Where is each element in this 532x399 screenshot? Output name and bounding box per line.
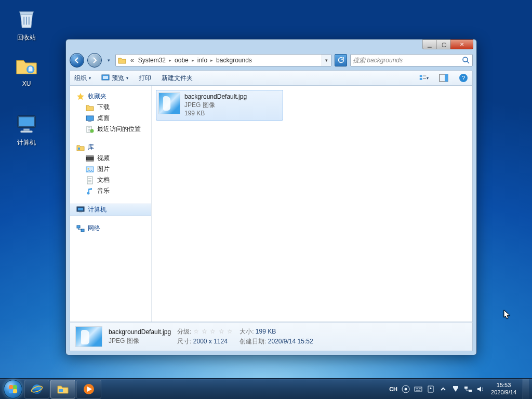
sidebar-item-label: 下载 [97, 103, 110, 112]
sidebar-group-libraries[interactable]: 库 [70, 142, 151, 153]
breadcrumb-part[interactable]: info [195, 55, 209, 66]
svg-rect-4 [21, 130, 33, 132]
file-item-selected[interactable]: backgroundDefault.jpg JPEG 图像 199 KB [156, 90, 283, 121]
details-created-label: 创建日期: [240, 338, 266, 345]
sidebar-item-label: 最近访问的位置 [97, 125, 141, 134]
breadcrumb-part[interactable]: backgrounds [214, 55, 254, 66]
desktop-icon-computer[interactable]: 计算机 [7, 111, 46, 147]
breadcrumb-part[interactable]: System32 [136, 55, 168, 66]
print-label: 打印 [139, 74, 151, 83]
close-button[interactable]: ✕ [450, 39, 473, 49]
video-icon [86, 154, 94, 163]
ime-pad-icon[interactable] [427, 385, 435, 393]
forward-button[interactable] [87, 53, 102, 68]
tray-chevron-icon[interactable] [439, 385, 447, 393]
network-tray-icon[interactable] [464, 385, 472, 393]
maximize-button[interactable]: ▢ [436, 39, 451, 49]
sidebar-item-label: 视频 [97, 154, 110, 163]
breadcrumb[interactable]: « System32▸ oobe▸ info▸ backgrounds ▾ [115, 54, 331, 66]
svg-point-17 [90, 129, 94, 132]
minimize-button[interactable]: ▁ [422, 39, 437, 49]
system-tray: CH 15:53 2020/9/14 [389, 379, 530, 400]
preview-menu[interactable]: 预览 ▾ [101, 73, 128, 83]
taskbar-item-ie[interactable] [24, 380, 49, 398]
sidebar-item-videos[interactable]: 视频 [70, 153, 151, 164]
sidebar-item-label: 文档 [97, 176, 110, 184]
file-type: JPEG 图像 [184, 101, 247, 109]
sidebar-group-network[interactable]: 网络 [70, 223, 151, 234]
refresh-icon [337, 57, 344, 64]
sidebar-item-label: 图片 [97, 165, 110, 174]
start-button[interactable] [2, 379, 24, 400]
organize-menu[interactable]: 组织 ▾ [74, 74, 91, 83]
desktop-icon-recycle-bin[interactable]: 回收站 [7, 6, 46, 42]
details-dimensions: 2000 x 1124 [193, 338, 228, 345]
desktop-icon-folder-xu[interactable]: XU [7, 53, 46, 87]
breadcrumb-dropdown[interactable]: ▾ [322, 55, 331, 66]
language-indicator[interactable]: CH [389, 386, 397, 392]
svg-rect-29 [77, 225, 80, 228]
windows-logo-icon [4, 380, 22, 398]
sidebar-group-computer[interactable]: 计算机 [70, 204, 151, 216]
rating-stars[interactable]: ☆ ☆ ☆ ☆ ☆ [193, 328, 233, 335]
show-desktop-button[interactable] [523, 379, 529, 400]
file-list[interactable]: backgroundDefault.jpg JPEG 图像 199 KB [152, 86, 472, 322]
taskbar-item-wmp[interactable] [76, 380, 101, 398]
taskbar-date: 2020/9/14 [491, 389, 516, 396]
back-button[interactable] [70, 53, 84, 68]
volume-icon[interactable] [476, 385, 485, 393]
sidebar-item-music[interactable]: 音乐 [70, 185, 151, 196]
ime-icon[interactable] [402, 385, 410, 393]
keyboard-icon[interactable] [414, 385, 422, 393]
navigation-pane[interactable]: 收藏夹 下载 桌面 最近访问的位置 [70, 86, 152, 322]
computer-icon [14, 111, 39, 136]
organize-label: 组织 [74, 74, 87, 83]
recycle-bin-icon [14, 6, 39, 31]
action-center-icon[interactable] [451, 385, 460, 393]
sidebar-group-favorites[interactable]: 收藏夹 [70, 91, 151, 102]
svg-rect-15 [88, 121, 91, 122]
chevron-right-icon: ▸ [168, 58, 172, 63]
music-icon [86, 187, 94, 195]
chevron-down-icon: ▾ [126, 76, 128, 81]
svg-rect-28 [79, 212, 82, 213]
taskbar-clock[interactable]: 15:53 2020/9/14 [489, 382, 518, 395]
sidebar-item-downloads[interactable]: 下载 [70, 102, 151, 113]
svg-point-25 [87, 192, 90, 194]
ie-icon [31, 383, 43, 395]
svg-rect-7 [103, 76, 108, 79]
svg-rect-8 [420, 75, 422, 77]
svg-rect-33 [59, 389, 63, 392]
chevron-down-icon: ▾ [427, 76, 429, 81]
taskbar-time: 15:53 [491, 382, 516, 389]
explorer-body: 收藏夹 下载 桌面 最近访问的位置 [70, 86, 473, 322]
explorer-window[interactable]: ▁ ▢ ✕ ▾ « System32▸ oobe▸ info▸ backgrou… [65, 39, 477, 355]
search-input[interactable]: 搜索 backgrounds [350, 54, 473, 66]
taskbar-item-explorer[interactable] [50, 380, 75, 398]
view-options-button[interactable]: ▾ [419, 73, 429, 83]
details-pane: backgroundDefault.jpg JPEG 图像 分级: ☆ ☆ ☆ … [70, 322, 473, 351]
svg-rect-21 [86, 160, 94, 161]
sidebar-item-recent[interactable]: 最近访问的位置 [70, 124, 151, 135]
file-size: 199 KB [184, 109, 247, 117]
breadcrumb-truncated[interactable]: « [128, 55, 136, 66]
print-button[interactable]: 打印 [139, 74, 151, 83]
help-button[interactable]: ? [459, 73, 468, 83]
preview-pane-button[interactable] [439, 73, 448, 83]
svg-point-23 [88, 168, 89, 169]
history-dropdown[interactable]: ▾ [105, 55, 112, 65]
sidebar-item-documents[interactable]: 文档 [70, 175, 151, 185]
desktop-icon [86, 114, 94, 123]
sidebar-group-label: 库 [88, 143, 94, 152]
svg-rect-37 [415, 387, 422, 391]
sidebar-item-pictures[interactable]: 图片 [70, 164, 151, 175]
sidebar-item-desktop[interactable]: 桌面 [70, 113, 151, 124]
desktop[interactable]: 回收站 XU 计算机 ▁ ▢ ✕ ▾ [0, 0, 532, 399]
breadcrumb-part[interactable]: oobe [172, 55, 191, 66]
refresh-button[interactable] [335, 54, 347, 66]
new-folder-button[interactable]: 新建文件夹 [162, 74, 193, 83]
toolbar: 组织 ▾ 预览 ▾ 打印 新建文件夹 ▾ ? [70, 70, 473, 86]
taskbar[interactable]: CH 15:53 2020/9/14 [0, 378, 532, 399]
svg-rect-38 [464, 387, 468, 389]
media-player-icon [83, 383, 95, 395]
